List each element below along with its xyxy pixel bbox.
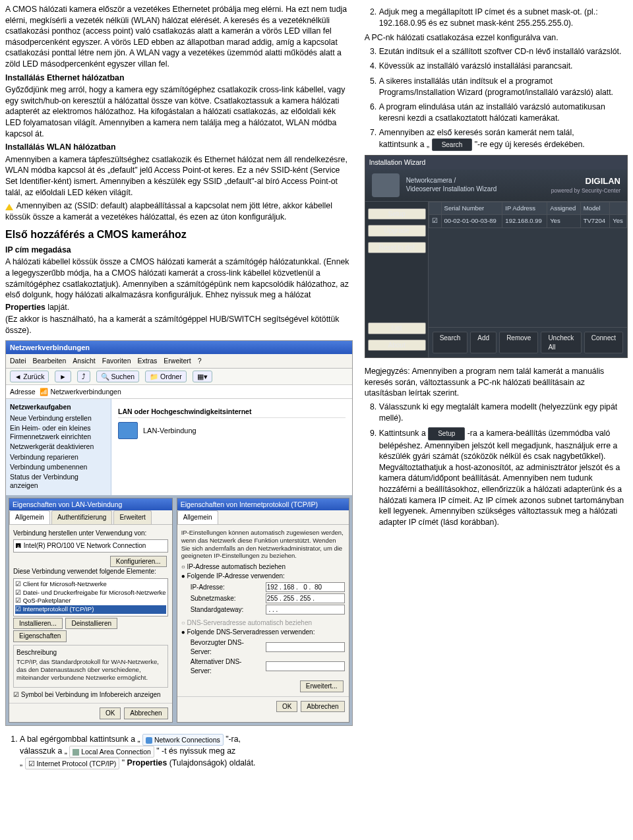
heading-first-access: Első hozzáférés a CMOS kamerához [5, 227, 353, 242]
intro-para: A CMOS hálózati kamera először a vezeték… [5, 4, 353, 70]
radio-auto-dns: DNS-Serveradresse automatisch beziehen [181, 618, 345, 628]
section-header: LAN oder Hochgeschwindigkeitsinternet [118, 405, 346, 418]
lan-connection-item[interactable]: LAN-Verbindung [118, 422, 346, 439]
radio-manual-dns[interactable]: Folgende DNS-Serveradressen verwenden: [181, 628, 345, 637]
note-para: Megjegyzés: Amennyiben a program nem tal… [365, 366, 628, 399]
tcpip-item: Internetprotokoll (TCP/IP) [15, 605, 166, 614]
task-pane: Netzwerkaufgaben Neue Verbindung erstell… [6, 399, 111, 495]
uncheck-all-button[interactable]: Uncheck All [541, 332, 581, 353]
para-warning: Amennyiben az (SSID: default) alapbeállí… [5, 200, 353, 222]
tab-general[interactable]: Allgemein [177, 510, 218, 524]
camera-icon [372, 173, 400, 197]
installation-wizard-window: Installation Wizard Networkcamera / Vide… [365, 155, 628, 358]
remove-button[interactable]: Remove [499, 332, 538, 353]
connect-button[interactable]: Connect [584, 332, 623, 353]
heading-wlan: Installálás WLAN hálózatban [5, 142, 353, 153]
reset-button[interactable]: Reset to def [368, 242, 426, 254]
step2: Adjuk meg a megállapított IP címet és a … [379, 7, 628, 28]
network-connections-chip: Network Connections [142, 734, 224, 746]
cancel-button[interactable]: Abbrechen [301, 701, 344, 713]
para-wlan: Amennyiben a kamera tápfeszültséghez csa… [5, 154, 353, 198]
add-button[interactable]: Add [470, 332, 497, 353]
gateway-input[interactable] [266, 605, 345, 615]
digilan-logo: DIGILAN [551, 175, 620, 187]
ok-button[interactable]: OK [276, 701, 297, 713]
radio-auto-ip[interactable]: IP-Adresse automatisch beziehen [181, 562, 345, 572]
step8: Válasszunk ki egy megtalált kamera model… [379, 402, 628, 423]
lan-icon [118, 422, 138, 439]
nav-toolbar[interactable]: ◄ Zurück ► ⤴ 🔍 Suchen 📁 Ordner ▦▾ [6, 369, 352, 385]
dns1-input[interactable] [266, 642, 345, 652]
lan-properties-dialog: Eigenschaften von LAN-Verbindung Allgeme… [9, 498, 173, 723]
search-button[interactable]: 🔍 Suchen [96, 371, 140, 382]
warning-icon [5, 204, 13, 210]
properties-button[interactable]: Eigenschaften [13, 630, 67, 642]
para-ethernet: Győződjünk meg arról, hogy a kamera egy … [5, 84, 353, 139]
task-item[interactable]: Ein Heim- oder ein kleines Firmennetzwer… [10, 424, 107, 441]
ok-button[interactable]: OK [100, 707, 121, 719]
step6: A program elindulása után az installáló … [379, 102, 628, 123]
step3: Ezután indítsuk el a szállított szoftver… [379, 46, 628, 57]
dns2-input[interactable] [266, 661, 345, 671]
task-item[interactable]: Netzwerkgerät deaktivieren [10, 442, 107, 451]
menu-bar[interactable]: DateiBearbeitenAnsichtFavoritenExtrasErw… [6, 354, 352, 368]
task-item[interactable]: Neue Verbindung erstellen [10, 414, 107, 423]
step5: A sikeres installálás után indítsuk el a… [379, 76, 628, 98]
back-button[interactable]: ◄ Zurück [10, 371, 49, 382]
list-button[interactable]: List [368, 322, 426, 334]
step9: Kattintsunk a Setup -ra a kamera-beállít… [379, 427, 628, 527]
tab-general[interactable]: Allgemein [9, 510, 50, 524]
ip-address-input[interactable] [266, 582, 345, 592]
adapter-select[interactable]: 🖪 Intel(R) PRO/100 VE Network Connection [13, 539, 168, 553]
tcpip-properties-dialog: Eigenschaften von Internetprotokoll (TCP… [177, 498, 349, 723]
search-button-inline[interactable]: Search [432, 138, 473, 152]
network-connections-window: Netzwerkverbindungen DateiBearbeitenAnsi… [5, 340, 353, 726]
step1: A bal egérgombbal kattintsunk a „ Networ… [20, 734, 353, 770]
step7: Amennyiben az első keresés során kamerát… [379, 127, 628, 151]
dialog-title: Eigenschaften von Internetprotokoll (TCP… [177, 498, 349, 510]
install-button[interactable]: Installieren... [13, 618, 63, 630]
wizard-heading: Networkcamera / Videoserver Installation… [406, 177, 545, 193]
task-item[interactable]: Verbindung reparieren [10, 453, 107, 462]
dialog-title: Eigenschaften von LAN-Verbindung [9, 498, 172, 510]
upgrade-button[interactable]: Upgrade [368, 225, 426, 237]
heading-ip-assign: IP cím megadása [5, 245, 353, 256]
table-row[interactable]: ☑ 00-02-01-00-03-89 192.168.0.99 Yes TV7… [429, 215, 626, 228]
setup-button-inline[interactable]: Setup [428, 427, 465, 440]
wizard-sidebar: Setup Upgrade Reset to def List About [365, 202, 429, 358]
step2b: A PC-nk hálózati csatlakozása ezzel konf… [365, 32, 628, 44]
configure-button[interactable]: Konfigurieren... [110, 556, 167, 568]
heading-ethernet: Installálás Ethernet hálózatban [5, 73, 353, 84]
task-item[interactable]: Verbindung umbenennen [10, 463, 107, 471]
address-bar[interactable]: Adresse 📶 Netzwerkverbindungen [6, 385, 352, 399]
subnet-mask-input[interactable] [266, 593, 345, 603]
task-item[interactable]: Status der Verbindung anzeigen [10, 473, 107, 490]
tcp-ip-chip: ☑ Internet Protocol (TCP/IP) [25, 758, 120, 769]
search-button[interactable]: Search [433, 332, 468, 353]
para-hub: (Ez akkor is használható, ha a kamerát a… [5, 314, 353, 336]
tab-auth[interactable]: Authentifizierung [51, 510, 113, 524]
window-title: Netzwerkverbindungen [6, 341, 352, 355]
tab-advanced[interactable]: Erweitert [113, 510, 151, 524]
para-ip-assign: A hálózati kábellel kössük össze a CMOS … [5, 256, 353, 300]
window-title: Installation Wizard [365, 156, 627, 169]
component-list[interactable]: Client für Microsoft-Netzwerke Datei- un… [13, 578, 168, 616]
advanced-button[interactable]: Erweitert... [300, 680, 344, 692]
camera-table[interactable]: Serial Number IP Address Assigned Model … [429, 202, 627, 229]
step4: Kövessük az installáló varázsló installá… [379, 61, 628, 72]
para-properties: Properties lapját. [5, 302, 353, 313]
cancel-button[interactable]: Abbrechen [124, 707, 167, 719]
folders-button[interactable]: 📁 Ordner [145, 371, 187, 382]
uninstall-button[interactable]: Deinstallieren [65, 618, 117, 630]
local-area-connection-chip: Local Area Connection [69, 746, 154, 758]
tray-icon-checkbox[interactable]: Symbol bei Verbindung im Infobereich anz… [13, 690, 168, 700]
setup-button[interactable]: Setup [368, 208, 426, 220]
about-button[interactable]: About [368, 340, 426, 351]
radio-manual-ip[interactable]: Folgende IP-Adresse verwenden: [181, 572, 345, 581]
